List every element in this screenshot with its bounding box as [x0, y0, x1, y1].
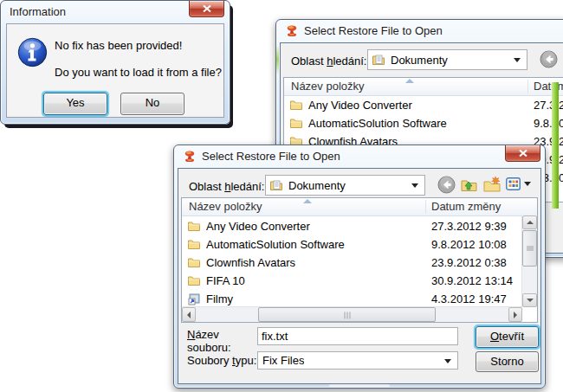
- chevron-down-icon[interactable]: [444, 359, 451, 363]
- vertical-scrollbar[interactable]: [521, 215, 537, 307]
- horizontal-scroll-thumb[interactable]: [258, 307, 436, 322]
- new-folder-button[interactable]: [482, 176, 502, 195]
- glass-edge-artifact: [552, 82, 559, 209]
- chevron-down-icon[interactable]: [411, 183, 418, 188]
- file-row[interactable]: AutomaticSolution Software 9.8.2012 10:0…: [182, 235, 521, 254]
- folder-icon: [187, 273, 201, 287]
- mushroom-cloud-app-icon: [285, 24, 299, 38]
- info-icon: [17, 37, 48, 67]
- column-header-name[interactable]: Název položky: [291, 80, 365, 93]
- vertical-scroll-thumb[interactable]: [522, 230, 537, 267]
- close-button[interactable]: [189, 1, 224, 17]
- folder-icon: [187, 255, 201, 269]
- look-in-label: Oblast hledání:: [189, 180, 264, 193]
- dialog-body: Oblast hledání: Dokumenty: [178, 168, 541, 384]
- no-button[interactable]: No: [120, 93, 184, 115]
- file-type-label: Soubory typu:: [187, 354, 256, 367]
- chevron-down-icon[interactable]: [514, 58, 521, 62]
- file-row[interactable]: AutomaticSolution Software 9.8.2012 10:0…: [284, 114, 563, 132]
- desktop: Select Restore File to Open Oblast hledá…: [0, 0, 563, 392]
- column-divider: [425, 200, 426, 214]
- look-in-combobox[interactable]: Dokumenty: [265, 175, 425, 196]
- cancel-button[interactable]: Storno: [476, 351, 539, 372]
- open-dialog: Select Restore File to Open Oblast hledá…: [173, 145, 546, 389]
- file-row[interactable]: FIFA 10 30.9.2012 13:14: [182, 272, 521, 290]
- back-button[interactable]: [540, 50, 559, 69]
- column-divider: [527, 80, 528, 93]
- file-row[interactable]: Filmy 4.3.2012 19:47: [182, 290, 521, 308]
- look-in-label: Oblast hledání:: [291, 55, 366, 67]
- titlebar[interactable]: Select Restore File to Open: [174, 145, 545, 168]
- sort-ascending-icon: [303, 199, 312, 203]
- window-title: Information: [10, 5, 66, 18]
- folder-icon: [289, 116, 303, 130]
- folder-icon: [187, 219, 201, 233]
- list-header[interactable]: Název položky Datum změny: [284, 78, 563, 96]
- folder-icon: [289, 98, 303, 112]
- window-title: Select Restore File to Open: [202, 150, 340, 163]
- file-row[interactable]: Any Video Converter 27.3.2012 9:39: [182, 217, 521, 235]
- close-button[interactable]: [505, 145, 540, 162]
- back-button[interactable]: [437, 176, 456, 195]
- documents-folder-icon: [269, 178, 283, 192]
- file-row[interactable]: Clownfish Avatars 23.9.2012 0:38: [182, 254, 521, 272]
- message-text: No fix has been provided!: [55, 39, 182, 52]
- titlebar[interactable]: Select Restore File to Open: [276, 20, 563, 42]
- dialog-body: No fix has been provided! Do you want to…: [6, 23, 224, 118]
- glass-edge-artifact: [276, 45, 279, 74]
- open-button[interactable]: Otevřít: [476, 326, 539, 348]
- file-name-input[interactable]: [257, 327, 458, 345]
- list-header[interactable]: Název položky Datum změny: [182, 198, 537, 216]
- window-title: Select Restore File to Open: [304, 24, 443, 37]
- file-type-value: Fix Files: [262, 354, 304, 367]
- scroll-up-button[interactable]: [522, 215, 537, 229]
- folder-icon: [187, 237, 201, 251]
- information-dialog: Information: [0, 0, 230, 125]
- message-text: Do you want to load it from a file?: [55, 66, 222, 79]
- look-in-combobox[interactable]: Dokumenty: [367, 49, 527, 70]
- yes-button[interactable]: Yes: [43, 93, 107, 115]
- titlebar[interactable]: Information: [1, 1, 230, 23]
- column-header-name[interactable]: Název položky: [189, 200, 262, 213]
- look-in-value: Dokumenty: [288, 179, 346, 192]
- file-type-combobox[interactable]: Fix Files: [257, 351, 458, 370]
- documents-folder-icon: [372, 53, 385, 67]
- look-in-value: Dokumenty: [391, 54, 448, 67]
- views-dropdown-chevron-icon[interactable]: [524, 182, 531, 186]
- scroll-left-button[interactable]: [182, 307, 196, 322]
- file-row[interactable]: Any Video Converter 27.3.2012 9:39: [284, 96, 563, 114]
- shortcut-icon: [187, 292, 201, 305]
- horizontal-scrollbar[interactable]: [182, 306, 522, 322]
- mushroom-cloud-app-icon: [183, 150, 197, 164]
- scroll-right-button[interactable]: [508, 307, 522, 322]
- column-header-date[interactable]: Datum změny: [431, 200, 501, 213]
- sort-ascending-icon: [405, 79, 414, 83]
- resize-grip[interactable]: [329, 384, 390, 387]
- views-button[interactable]: [506, 177, 521, 190]
- file-list: Název položky Datum změny Any Video Conv…: [181, 197, 538, 323]
- up-folder-button[interactable]: [460, 176, 479, 195]
- scroll-down-button[interactable]: [522, 293, 537, 307]
- file-name-label: Názevsouboru:: [187, 328, 231, 354]
